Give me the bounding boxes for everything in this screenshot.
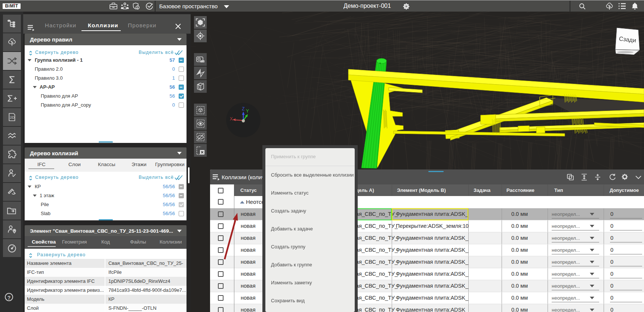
svg-text:Y: Y: [246, 108, 249, 114]
svg-text:Z: Z: [242, 106, 244, 111]
svg-text:2D: 2D: [10, 115, 15, 119]
svg-text:X: X: [230, 116, 233, 122]
